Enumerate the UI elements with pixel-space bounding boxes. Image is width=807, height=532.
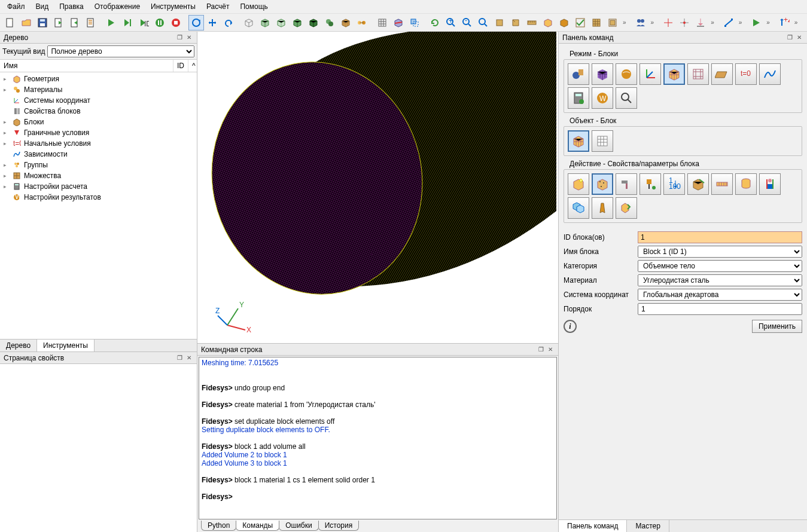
- menu-edit[interactable]: Правка: [54, 1, 89, 12]
- cmd-tab-errors[interactable]: Ошибки: [279, 521, 319, 531]
- pause-icon[interactable]: [152, 15, 168, 30]
- view-front-icon[interactable]: [492, 15, 507, 30]
- tree-item-deps[interactable]: Зависимости: [0, 149, 197, 160]
- cmd-tab-python[interactable]: Python: [201, 521, 236, 531]
- solid-box-icon[interactable]: [257, 15, 273, 30]
- tree-item-groups[interactable]: ▸Группы: [0, 160, 197, 170]
- close-icon[interactable]: ✕: [185, 354, 193, 362]
- pick-crosshair-icon[interactable]: [660, 15, 676, 30]
- play-step-icon[interactable]: [120, 15, 135, 30]
- tree-view-select[interactable]: Полное дерево: [47, 45, 194, 57]
- import-icon[interactable]: [67, 15, 83, 30]
- menu-file[interactable]: Файл: [2, 1, 30, 12]
- tab-tree[interactable]: Дерево: [0, 340, 37, 351]
- tree-item-results[interactable]: WНастройки результатов: [0, 192, 197, 203]
- apply-button[interactable]: Применить: [752, 320, 802, 333]
- viewport-3d[interactable]: X Y Z: [197, 32, 558, 343]
- undo-icon[interactable]: [221, 15, 236, 30]
- block-mat-select[interactable]: Углеродистая сталь: [638, 274, 802, 286]
- close-icon[interactable]: ✕: [185, 33, 193, 42]
- wire-box-icon[interactable]: [241, 15, 257, 30]
- close-icon[interactable]: ✕: [795, 33, 803, 42]
- menu-display[interactable]: Отображение: [90, 1, 145, 12]
- menu-help[interactable]: Помощь: [235, 1, 272, 12]
- block-id-input[interactable]: [638, 231, 802, 243]
- tree-item-calc[interactable]: ▸Настройки расчета: [0, 181, 197, 192]
- play-id-icon[interactable]: ID: [136, 15, 151, 30]
- measure-icon[interactable]: [524, 15, 540, 30]
- tab-tools[interactable]: Инструменты: [37, 340, 95, 351]
- action-person-icon[interactable]: [759, 173, 781, 195]
- new-icon[interactable]: [2, 15, 18, 30]
- export-icon[interactable]: [51, 15, 66, 30]
- iso-box-icon[interactable]: [290, 15, 305, 30]
- cmd-tab-commands[interactable]: Команды: [236, 521, 279, 531]
- dark-box-icon[interactable]: [306, 15, 321, 30]
- float-icon[interactable]: ❐: [537, 346, 545, 354]
- sphere-icon[interactable]: [322, 15, 337, 30]
- mode-calc-icon[interactable]: [568, 87, 589, 109]
- block-cat-select[interactable]: Объемное тело: [638, 260, 802, 272]
- clip-icon[interactable]: [391, 15, 406, 30]
- view-side-icon[interactable]: [508, 15, 523, 30]
- mode-cs-icon[interactable]: [639, 63, 661, 85]
- tree-item-cs[interactable]: Системы координат: [0, 95, 197, 106]
- line-icon[interactable]: [721, 15, 736, 30]
- action-boxes-icon[interactable]: [568, 197, 589, 219]
- mode-search-icon[interactable]: [616, 87, 637, 109]
- mesh-box-icon[interactable]: [338, 15, 354, 30]
- menu-view[interactable]: Вид: [31, 1, 54, 12]
- play-icon[interactable]: [103, 15, 119, 30]
- people-icon[interactable]: [633, 15, 648, 30]
- tree-item-bc[interactable]: ▸Граничные условия: [0, 127, 197, 138]
- pick-down-icon[interactable]: [693, 15, 708, 30]
- toolbar-more-1[interactable]: »: [621, 19, 628, 26]
- tree-item-materials[interactable]: ▸Материалы: [0, 84, 197, 95]
- mesh-3-icon[interactable]: [589, 15, 604, 30]
- pick-point-icon[interactable]: [677, 15, 692, 30]
- float-icon[interactable]: ❐: [785, 33, 794, 42]
- mesh-4-icon[interactable]: [605, 15, 620, 30]
- tree-item-ic[interactable]: ▸t=0Начальные условия: [0, 138, 197, 149]
- toolbar-more-6[interactable]: »: [793, 19, 800, 26]
- trans-box-icon[interactable]: [273, 15, 289, 30]
- pan-mode-icon[interactable]: [205, 15, 220, 30]
- journal-icon[interactable]: [83, 15, 99, 30]
- mesh-1-icon[interactable]: [540, 15, 556, 30]
- float-icon[interactable]: ❐: [175, 33, 184, 42]
- run-icon[interactable]: [748, 15, 764, 30]
- object-table-icon[interactable]: [592, 130, 613, 152]
- zoom-fit-icon[interactable]: [476, 15, 491, 30]
- open-icon[interactable]: [19, 15, 34, 30]
- menu-tools[interactable]: Инструменты: [146, 1, 200, 12]
- node-icon[interactable]: [354, 15, 370, 30]
- command-output[interactable]: Meshing time: 7.015625 Fidesys> undo gro…: [199, 357, 557, 519]
- select-box-icon[interactable]: [407, 15, 422, 30]
- action-props-icon[interactable]: [592, 173, 613, 195]
- close-icon[interactable]: ✕: [546, 346, 555, 354]
- save-icon[interactable]: [35, 15, 50, 30]
- block-name-select[interactable]: Block 1 (ID 1): [638, 246, 802, 258]
- block-order-input[interactable]: [638, 303, 802, 315]
- refresh-icon[interactable]: [427, 15, 443, 30]
- action-flat-icon[interactable]: [711, 173, 733, 195]
- action-mesh-icon[interactable]: [687, 173, 709, 195]
- toolbar-more-5[interactable]: »: [765, 19, 772, 26]
- mode-blocks-icon[interactable]: [663, 63, 685, 85]
- action-contact-icon[interactable]: [616, 197, 637, 219]
- toolbar-more-2[interactable]: »: [649, 19, 656, 26]
- action-paint-icon[interactable]: [639, 173, 661, 195]
- action-cylinder-icon[interactable]: [735, 173, 757, 195]
- check-icon[interactable]: [572, 15, 588, 30]
- zoom-in-icon[interactable]: +: [443, 15, 459, 30]
- mode-ic1-icon[interactable]: [711, 63, 733, 85]
- object-block-icon[interactable]: [568, 130, 589, 152]
- mode-material-icon[interactable]: [616, 63, 637, 85]
- grid-icon[interactable]: [374, 15, 390, 30]
- axis-up-icon[interactable]: +Z: [776, 15, 792, 30]
- tree-item-blocks[interactable]: ▸Блоки: [0, 117, 197, 127]
- mode-res-icon[interactable]: W: [592, 87, 613, 109]
- toolbar-more-4[interactable]: »: [737, 19, 744, 26]
- action-compass-icon[interactable]: [592, 197, 613, 219]
- action-hammer-icon[interactable]: [616, 173, 637, 195]
